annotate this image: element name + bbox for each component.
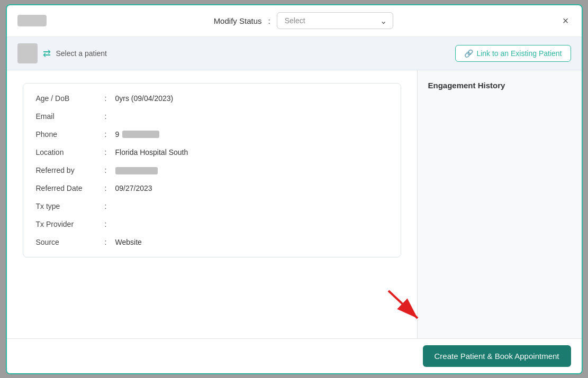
patient-select-bar: ⇄ Select a patient 🔗 Link to an Existing…: [7, 37, 582, 70]
link-existing-button[interactable]: 🔗 Link to an Existing Patient: [455, 45, 571, 62]
info-card: Age / DoB : 0yrs (09/04/2023) Email : Ph…: [23, 83, 401, 257]
modal-header: Modify Status : Select ⌄ ×: [7, 5, 582, 37]
phone-label: Phone: [36, 130, 105, 139]
modal-overlay: Modify Status : Select ⌄ × ⇄ Select a pa…: [0, 0, 588, 378]
arrow-indicator: [383, 285, 426, 328]
modal-title-area: [17, 15, 47, 26]
phone-value: 9: [115, 130, 388, 139]
info-row-tx-type: Tx type :: [36, 202, 388, 210]
referred-date-colon: :: [105, 184, 115, 192]
info-row-source: Source : Website: [36, 238, 388, 246]
info-row-tx-provider: Tx Provider :: [36, 220, 388, 228]
info-row-referred-date: Referred Date : 09/27/2023: [36, 184, 388, 192]
create-patient-book-appointment-button[interactable]: Create Patient & Book Appointment: [423, 345, 571, 367]
transfer-icon: ⇄: [43, 48, 51, 59]
source-value: Website: [115, 238, 388, 246]
tx-type-label: Tx type: [36, 202, 105, 210]
location-value: Florida Hospital South: [115, 148, 388, 156]
svg-line-1: [388, 291, 418, 318]
tx-type-colon: :: [105, 202, 115, 210]
referred-by-colon: :: [105, 166, 115, 174]
info-row-age: Age / DoB : 0yrs (09/04/2023): [36, 94, 388, 103]
location-colon: :: [105, 148, 115, 156]
phone-colon: :: [105, 130, 115, 139]
location-label: Location: [36, 148, 105, 156]
source-colon: :: [105, 238, 115, 246]
link-existing-label: Link to an Existing Patient: [476, 49, 562, 58]
link-icon: 🔗: [464, 49, 473, 58]
patient-info-panel: Age / DoB : 0yrs (09/04/2023) Email : Ph…: [7, 70, 418, 338]
info-row-phone: Phone : 9: [36, 130, 388, 139]
bottom-area: Create Patient & Book Appointment: [7, 338, 582, 373]
modify-status-label: Modify Status: [214, 16, 262, 25]
referred-date-label: Referred Date: [36, 184, 105, 192]
patient-select-left: ⇄ Select a patient: [17, 43, 107, 63]
modal-title-badge: [17, 15, 47, 26]
modal-body: Age / DoB : 0yrs (09/04/2023) Email : Ph…: [7, 70, 582, 338]
referred-redacted: [115, 167, 158, 174]
engagement-history-title: Engagement History: [428, 81, 571, 90]
tx-provider-label: Tx Provider: [36, 220, 105, 228]
modal-container: Modify Status : Select ⌄ × ⇄ Select a pa…: [6, 4, 583, 374]
modify-status-area: Modify Status : Select ⌄: [214, 12, 393, 29]
phone-prefix: 9: [115, 130, 120, 139]
referred-date-value: 09/27/2023: [115, 184, 388, 192]
referred-by-value: [115, 166, 388, 174]
info-row-email: Email :: [36, 112, 388, 121]
modify-status-colon: :: [268, 16, 270, 25]
info-row-location: Location : Florida Hospital South: [36, 148, 388, 156]
phone-redacted: [122, 131, 159, 138]
email-label: Email: [36, 112, 105, 121]
status-select[interactable]: Select: [277, 12, 393, 29]
select-patient-text: Select a patient: [56, 49, 107, 58]
age-dob-label: Age / DoB: [36, 94, 105, 103]
age-dob-value: 0yrs (09/04/2023): [115, 94, 388, 103]
tx-provider-colon: :: [105, 220, 115, 228]
info-row-referred-by: Referred by :: [36, 166, 388, 174]
age-dob-colon: :: [105, 94, 115, 103]
referred-by-label: Referred by: [36, 166, 105, 174]
patient-avatar: [17, 43, 38, 63]
source-label: Source: [36, 238, 105, 246]
engagement-panel: Engagement History: [418, 70, 582, 338]
email-colon: :: [105, 112, 115, 121]
status-select-wrapper[interactable]: Select ⌄: [277, 12, 393, 29]
engagement-content: [428, 98, 571, 328]
close-button[interactable]: ×: [560, 13, 571, 28]
